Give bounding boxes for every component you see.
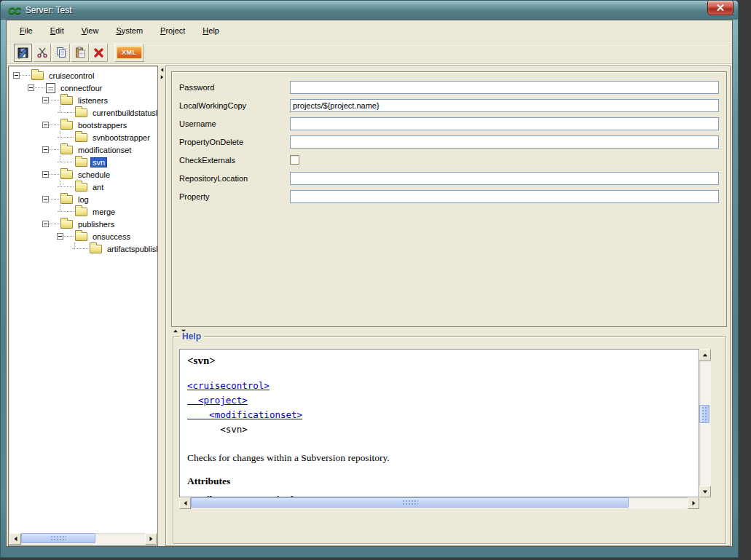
tree-expander[interactable] xyxy=(42,221,49,227)
copy-button[interactable] xyxy=(52,44,70,62)
delete-button[interactable] xyxy=(90,44,108,62)
folder-icon xyxy=(75,232,87,241)
window-title: Server: Test xyxy=(25,5,72,15)
horizontal-split-divider[interactable] xyxy=(171,328,725,334)
tree-item-publishers[interactable]: publishers xyxy=(9,218,157,230)
close-button[interactable] xyxy=(707,1,734,15)
property-field[interactable] xyxy=(290,190,719,203)
scroll-left-arrow[interactable] xyxy=(9,533,21,545)
scroll-right-arrow[interactable] xyxy=(688,497,699,509)
tree-expander[interactable] xyxy=(57,233,63,240)
detail-panel: Password LocalWorkingCopy Username Prope… xyxy=(165,66,731,546)
scissors-icon xyxy=(36,47,48,58)
save-button[interactable] xyxy=(14,44,32,62)
expand-right-button[interactable] xyxy=(159,74,165,80)
svn-properties-form: Password LocalWorkingCopy Username Prope… xyxy=(171,71,727,327)
tree-item-label: listeners xyxy=(76,95,110,106)
tree-item-currentbuildstatuslistener[interactable]: currentbuildstatuslistener xyxy=(9,106,157,119)
tree-expander[interactable] xyxy=(13,72,20,79)
menu-project[interactable]: Project xyxy=(156,24,189,37)
tree-item-merge[interactable]: merge xyxy=(9,205,157,218)
help-horizontal-scrollbar[interactable] xyxy=(179,497,699,509)
menu-bar: File Edit View System Project Help xyxy=(7,20,732,42)
tree-expander[interactable] xyxy=(42,146,49,153)
tree-item-modificationset[interactable]: modificationset xyxy=(9,143,157,156)
tree-connector xyxy=(42,143,60,156)
tree-item-svn[interactable]: svn xyxy=(9,156,157,168)
tree-connector xyxy=(57,230,75,242)
scrollbar-track[interactable] xyxy=(191,497,688,509)
scroll-up-arrow[interactable] xyxy=(699,349,711,360)
tree-item-label: schedule xyxy=(76,170,112,180)
collapse-up-button[interactable] xyxy=(172,328,178,334)
tree-item-label: ant xyxy=(90,182,106,192)
scrollbar-track[interactable] xyxy=(21,533,145,545)
tree-item-svnbootstrapper[interactable]: svnbootstrapper xyxy=(9,131,157,143)
scrollbar-corner xyxy=(699,497,711,509)
cut-button[interactable] xyxy=(33,44,51,62)
checkexternals-checkbox[interactable] xyxy=(290,155,299,165)
scrollbar-thumb[interactable] xyxy=(21,533,95,543)
propertyondelete-label: PropertyOnDelete xyxy=(179,138,288,146)
tree-connector xyxy=(28,82,46,94)
paste-button[interactable] xyxy=(71,44,89,62)
repositorylocation-label: RepositoryLocation xyxy=(179,174,288,183)
tree-connector xyxy=(42,119,60,131)
tree-item-cruisecontrol[interactable]: cruisecontrol xyxy=(9,69,157,82)
app-logo-icon: CC xyxy=(8,5,20,16)
xml-button[interactable]: XML xyxy=(114,44,144,62)
tree-expander[interactable] xyxy=(42,122,49,128)
scroll-down-arrow[interactable] xyxy=(699,486,711,497)
vertical-split-divider[interactable] xyxy=(158,66,165,546)
menu-help[interactable]: Help xyxy=(198,24,224,37)
tree-item-connectfour[interactable]: connectfour xyxy=(9,82,157,94)
config-tree: cruisecontrol connectfour listeners xyxy=(9,66,157,255)
tree-expander[interactable] xyxy=(42,196,49,202)
tree-horizontal-scrollbar[interactable] xyxy=(9,533,157,545)
scrollbar-thumb[interactable] xyxy=(191,497,629,508)
help-vertical-scrollbar[interactable] xyxy=(699,349,711,497)
help-current-node: <svn> xyxy=(187,422,691,437)
scrollbar-track[interactable] xyxy=(699,360,711,486)
repositorylocation-field[interactable] xyxy=(290,172,719,185)
scroll-right-arrow[interactable] xyxy=(145,533,157,545)
help-link-modificationset[interactable]: <modificationset> xyxy=(187,408,691,422)
tree-expander[interactable] xyxy=(28,84,34,91)
tree-expander[interactable] xyxy=(42,97,49,103)
help-link-project[interactable]: <project> xyxy=(187,393,691,408)
help-link-cruisecontrol[interactable]: <cruisecontrol> xyxy=(187,379,691,393)
titlebar[interactable]: CC Server: Test xyxy=(1,1,738,20)
scrollbar-thumb[interactable] xyxy=(699,405,709,423)
tree-item-label: modificationset xyxy=(76,145,133,155)
tree-connector xyxy=(42,94,60,106)
folder-icon xyxy=(60,146,73,154)
tree-item-artifactspublisher[interactable]: artifactspublisher xyxy=(9,242,157,255)
folder-icon xyxy=(60,121,73,130)
chevron-right-icon xyxy=(160,75,163,79)
password-field[interactable] xyxy=(290,81,719,94)
scroll-left-arrow[interactable] xyxy=(179,497,191,509)
tree-item-label-selected: svn xyxy=(90,157,107,167)
username-field[interactable] xyxy=(290,117,719,130)
config-tree-panel: cruisecontrol connectfour listeners xyxy=(8,66,158,546)
folder-icon xyxy=(75,109,87,117)
menu-system[interactable]: System xyxy=(111,24,147,37)
tree-item-schedule[interactable]: schedule xyxy=(9,168,157,181)
menu-view[interactable]: View xyxy=(77,24,103,37)
tree-item-listeners[interactable]: listeners xyxy=(9,94,157,106)
menu-file[interactable]: File xyxy=(15,24,37,37)
folder-icon xyxy=(75,208,87,216)
folder-icon xyxy=(75,158,87,167)
localworkingcopy-label: LocalWorkingCopy xyxy=(179,101,288,110)
help-panel-title: Help xyxy=(179,331,204,342)
tree-item-log[interactable]: log xyxy=(9,193,157,205)
tree-item-label: artifactspublisher xyxy=(105,244,158,254)
tree-item-bootstrappers[interactable]: bootstrappers xyxy=(9,119,157,131)
localworkingcopy-field[interactable] xyxy=(290,99,719,112)
collapse-left-button[interactable] xyxy=(159,66,165,73)
tree-expander[interactable] xyxy=(42,171,49,178)
tree-item-onsuccess[interactable]: onsuccess xyxy=(9,230,157,242)
menu-edit[interactable]: Edit xyxy=(46,24,68,37)
propertyondelete-field[interactable] xyxy=(290,135,719,149)
tree-item-ant[interactable]: ant xyxy=(9,181,157,193)
